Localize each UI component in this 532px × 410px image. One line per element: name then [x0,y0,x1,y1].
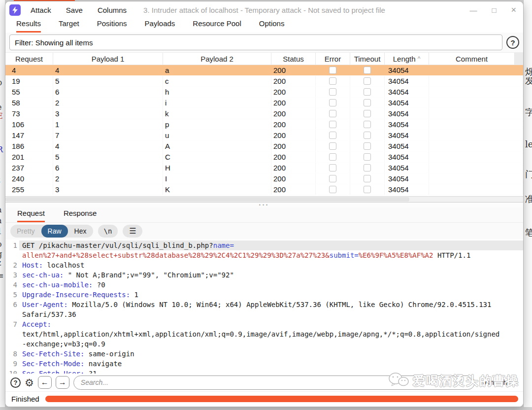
table-row[interactable]: 2553K20034054 [5,184,523,195]
cell-length: 34054 [385,184,429,195]
checkbox-unchecked[interactable] [329,77,336,85]
pretty-button[interactable]: Pretty [10,225,41,238]
tab-response[interactable]: Response [64,209,97,222]
checkbox-unchecked[interactable] [364,121,371,128]
raw-button[interactable]: Raw [41,225,68,238]
table-row[interactable]: 1864A20034054 [5,141,523,152]
menu-columns[interactable]: Columns [98,6,127,14]
checkbox-unchecked[interactable] [364,99,371,106]
table-row[interactable]: 733k20034054 [5,108,523,119]
checkbox-unchecked[interactable] [329,175,336,182]
checkbox-unchecked[interactable] [364,132,371,139]
request-viewer[interactable]: 1GET /pikachu-master/vul/sqli/sqli_blind… [5,239,523,374]
column-label: Timeout [354,55,381,63]
table-horizontal-scrollbar[interactable] [5,196,523,203]
request-line: 6User-Agent: Mozilla/5.0 (Windows NT 10.… [5,300,523,309]
checkbox-unchecked[interactable] [329,67,336,74]
request-line: text/html,application/xhtml+xml,applicat… [5,329,523,339]
line-number: 9 [5,359,19,369]
column-header-request[interactable]: Request [5,53,53,65]
cell-payload-2: a [163,65,271,75]
background-glyph: 笔 [525,227,532,239]
checkbox-unchecked[interactable] [329,132,336,139]
table-row[interactable]: 2402I20034054 [5,173,523,184]
message-editor-toolbar: Pretty Raw Hex \n ☰ [5,223,523,239]
show-newlines-button[interactable]: \n [98,225,118,238]
checkbox-unchecked[interactable] [329,88,336,96]
table-row[interactable]: 44a20034054 [5,65,523,76]
menu-save[interactable]: Save [66,6,83,14]
plain-text: Safari/537.36 [22,310,76,318]
checkbox-unchecked[interactable] [364,142,371,150]
cell-request: 58 [5,98,53,108]
table-row[interactable]: 1061p20034054 [5,119,523,130]
cell-comment [429,130,523,140]
checkbox-unchecked[interactable] [329,164,336,171]
table-row[interactable]: 2376H20034054 [5,163,523,173]
cell-timeout [350,152,385,162]
background-glyph: le [525,139,532,149]
column-header-payload-2[interactable]: Payload 2 [163,53,271,65]
search-input[interactable] [73,376,475,390]
scrollbar-thumb[interactable] [5,197,409,202]
tab-target[interactable]: Target [59,19,79,33]
line-content: GET /pikachu-master/vul/sqli/sqli_blind_… [19,240,523,250]
tab-results[interactable]: Results [16,19,41,33]
column-header-comment[interactable]: Comment [429,53,515,65]
help-icon[interactable]: ? [506,36,519,49]
request-line: 8Sec-Fetch-Site: same-origin [5,349,523,359]
checkbox-unchecked[interactable] [364,164,371,171]
maximize-icon[interactable]: □ [492,6,496,14]
column-header-length[interactable]: Length^ [385,53,429,65]
menu-attack[interactable]: Attack [31,6,51,14]
checkbox-unchecked[interactable] [364,110,371,117]
cell-timeout [350,65,385,75]
gear-icon[interactable]: ⚙ [25,377,34,388]
tab-resource-pool[interactable]: Resource Pool [193,19,241,33]
background-glyph: z [0,258,1,268]
minimize-icon[interactable]: — [469,6,477,14]
request-line: 7Accept: [5,319,523,329]
checkbox-unchecked[interactable] [329,110,336,117]
tab-payloads[interactable]: Payloads [145,19,175,33]
request-line: 10Sec-Fetch-User: ?1 [5,369,523,374]
hex-button[interactable]: Hex [68,225,93,238]
editor-menu-button[interactable]: ☰ [123,225,142,238]
checkbox-unchecked[interactable] [364,77,371,85]
cell-comment [429,184,523,195]
table-row[interactable]: 582i20034054 [5,98,523,108]
cell-payload-2: i [163,98,271,108]
checkbox-unchecked[interactable] [329,153,336,161]
checkbox-unchecked[interactable] [364,67,371,74]
column-header-status[interactable]: Status [271,53,316,65]
checkbox-unchecked[interactable] [364,153,371,161]
checkbox-unchecked[interactable] [329,121,336,128]
checkbox-unchecked[interactable] [364,186,371,193]
column-header-timeout[interactable]: Timeout [350,53,385,65]
table-row[interactable]: 556h20034054 [5,87,523,98]
table-row[interactable]: 1477u20034054 [5,130,523,141]
checkbox-unchecked[interactable] [329,99,336,106]
tab-positions[interactable]: Positions [97,19,127,33]
checkbox-unchecked[interactable] [329,142,336,150]
table-row[interactable]: 2015C20034054 [5,152,523,163]
table-row[interactable]: 195c20034054 [5,76,523,87]
checkbox-unchecked[interactable] [364,175,371,182]
line-content: Sec-Fetch-User: ?1 [19,369,523,374]
column-label: Request [15,55,43,63]
tab-request[interactable]: Request [17,209,45,222]
column-header-error[interactable]: Error [316,53,350,65]
cell-length: 34054 [385,173,429,184]
column-header-payload-1[interactable]: Payload 1 [53,53,163,65]
pane-splitter-handle[interactable]: ••• [5,203,523,207]
previous-match-button[interactable]: ← [38,376,52,389]
line-content: Host: localhost [19,260,523,270]
checkbox-unchecked[interactable] [364,88,371,96]
tab-options[interactable]: Options [259,19,285,33]
plain-text: localhost [43,261,84,269]
filter-bar[interactable]: Filter: Showing all items [9,34,502,50]
close-icon[interactable]: × [511,5,516,14]
search-help-icon[interactable]: ? [10,377,21,388]
next-match-button[interactable]: → [56,376,69,389]
checkbox-unchecked[interactable] [329,186,336,193]
